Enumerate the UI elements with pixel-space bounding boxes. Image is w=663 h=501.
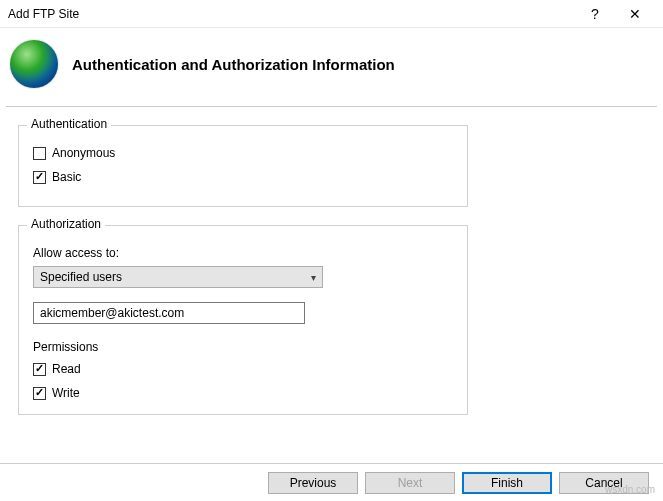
page-title: Authentication and Authorization Informa…: [72, 56, 395, 73]
close-button[interactable]: ✕: [615, 0, 655, 28]
next-label: Next: [398, 476, 423, 490]
basic-checkbox[interactable]: [33, 171, 46, 184]
users-input[interactable]: [33, 302, 305, 324]
previous-label: Previous: [290, 476, 337, 490]
read-label: Read: [52, 362, 81, 376]
basic-label: Basic: [52, 170, 81, 184]
authentication-legend: Authentication: [27, 117, 111, 131]
cancel-button[interactable]: Cancel: [559, 472, 649, 494]
title-bar: Add FTP Site ? ✕: [0, 0, 663, 28]
allow-access-dropdown[interactable]: Specified users ▾: [33, 266, 323, 288]
cancel-label: Cancel: [585, 476, 622, 490]
previous-button[interactable]: Previous: [268, 472, 358, 494]
read-checkbox[interactable]: [33, 363, 46, 376]
next-button: Next: [365, 472, 455, 494]
read-row: Read: [33, 362, 453, 376]
help-icon: ?: [591, 6, 599, 22]
chevron-down-icon: ▾: [311, 272, 316, 283]
basic-row: Basic: [33, 170, 453, 184]
write-row: Write: [33, 386, 453, 400]
wizard-button-bar: Previous Next Finish Cancel: [0, 463, 663, 501]
wizard-header: Authentication and Authorization Informa…: [0, 28, 663, 106]
anonymous-checkbox[interactable]: [33, 147, 46, 160]
finish-button[interactable]: Finish: [462, 472, 552, 494]
authorization-legend: Authorization: [27, 217, 105, 231]
authorization-group: Authorization Allow access to: Specified…: [18, 225, 468, 415]
allow-access-label: Allow access to:: [33, 246, 453, 260]
anonymous-row: Anonymous: [33, 146, 453, 160]
globe-icon: [10, 40, 58, 88]
write-label: Write: [52, 386, 80, 400]
wizard-content: Authentication Anonymous Basic Authoriza…: [0, 107, 663, 443]
permissions-label: Permissions: [33, 340, 453, 354]
window-title: Add FTP Site: [8, 7, 575, 21]
close-icon: ✕: [629, 6, 641, 22]
anonymous-label: Anonymous: [52, 146, 115, 160]
write-checkbox[interactable]: [33, 387, 46, 400]
authentication-group: Authentication Anonymous Basic: [18, 125, 468, 207]
help-button[interactable]: ?: [575, 0, 615, 28]
dropdown-selected-text: Specified users: [40, 270, 122, 284]
finish-label: Finish: [491, 476, 523, 490]
